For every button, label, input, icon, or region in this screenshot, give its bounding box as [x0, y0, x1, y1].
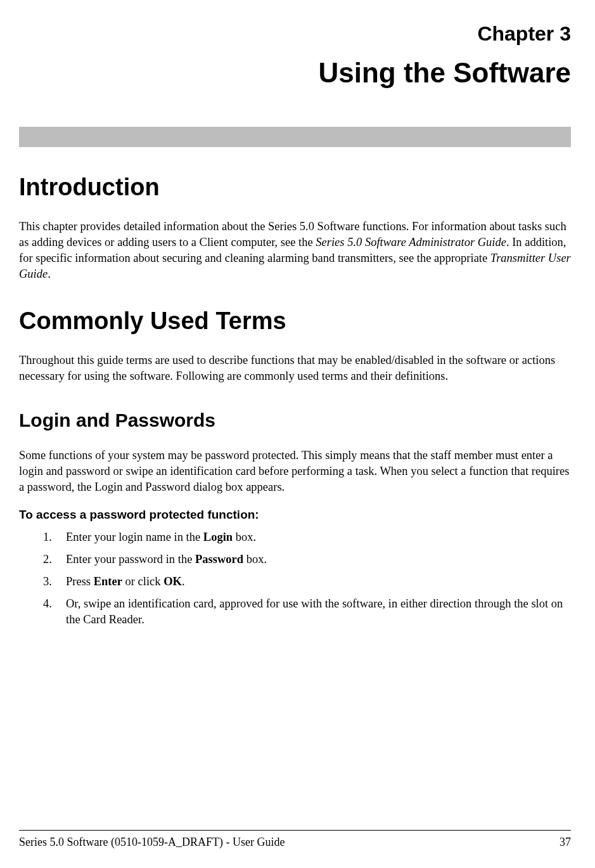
list-item: 1. Enter your login name in the Login bo… — [43, 529, 571, 545]
divider-bar — [19, 127, 571, 147]
step-content: Enter your password in the Password box. — [66, 552, 571, 567]
step-text: Enter your password in the — [66, 553, 195, 566]
list-item: 3. Press Enter or click OK. — [43, 574, 571, 590]
step-content: Press Enter or click OK. — [66, 574, 571, 590]
heading-login-passwords: Login and Passwords — [19, 410, 571, 431]
step-text: box. — [233, 531, 256, 543]
intro-paragraph: This chapter provides detailed informati… — [19, 219, 571, 282]
intro-ref1: Series 5.0 Software Administrator Guide — [316, 236, 506, 249]
chapter-title: Using the Software — [19, 57, 571, 89]
step-text: . — [182, 575, 185, 588]
procedure-heading: To access a password protected function: — [19, 508, 571, 522]
chapter-label: Chapter 3 — [19, 22, 571, 46]
procedure-list: 1. Enter your login name in the Login bo… — [19, 529, 571, 628]
intro-text-suffix: . — [48, 268, 51, 280]
step-number: 3. — [43, 574, 66, 590]
step-text: Enter your login name in the — [66, 531, 203, 543]
login-paragraph: Some functions of your system may be pas… — [19, 448, 571, 495]
step-text: box. — [243, 553, 267, 566]
step-text: or click — [122, 575, 163, 588]
step-text: Press — [66, 575, 94, 588]
step-content: Or, swipe an identification card, approv… — [66, 596, 571, 628]
footer-page-number: 37 — [560, 836, 571, 849]
step-number: 1. — [43, 529, 66, 545]
step-text: Or, swipe an identification card, approv… — [66, 597, 563, 626]
step-bold: Login — [203, 531, 233, 543]
step-bold: Password — [195, 553, 243, 566]
heading-introduction: Introduction — [19, 174, 571, 201]
page-footer: Series 5.0 Software (0510-1059-A_DRAFT) … — [19, 830, 571, 849]
step-number: 4. — [43, 596, 66, 628]
step-bold: Enter — [94, 575, 122, 588]
heading-commonly-used-terms: Commonly Used Terms — [19, 308, 571, 335]
step-content: Enter your login name in the Login box. — [66, 529, 571, 545]
step-number: 2. — [43, 552, 66, 567]
step-bold: OK — [163, 575, 182, 588]
footer-left: Series 5.0 Software (0510-1059-A_DRAFT) … — [19, 836, 285, 849]
list-item: 4. Or, swipe an identification card, app… — [43, 596, 571, 628]
list-item: 2. Enter your password in the Password b… — [43, 552, 571, 567]
terms-paragraph: Throughout this guide terms are used to … — [19, 353, 571, 384]
